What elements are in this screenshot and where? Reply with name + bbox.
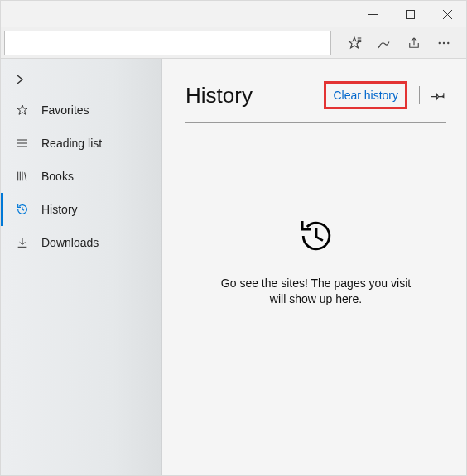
sidebar-item-reading-list[interactable]: Reading list bbox=[1, 127, 161, 160]
svg-marker-12 bbox=[17, 105, 27, 114]
empty-line2: will show up here. bbox=[270, 292, 362, 305]
history-icon bbox=[15, 203, 30, 216]
back-button[interactable] bbox=[1, 65, 161, 94]
header-underline bbox=[185, 122, 446, 123]
header-divider bbox=[419, 86, 420, 104]
sidebar-item-label: Downloads bbox=[41, 236, 99, 249]
sidebar-item-history[interactable]: History bbox=[1, 193, 161, 226]
minimize-button[interactable] bbox=[354, 1, 392, 27]
sidebar-item-downloads[interactable]: Downloads bbox=[1, 226, 161, 259]
sidebar-item-label: History bbox=[41, 203, 78, 216]
maximize-button[interactable] bbox=[392, 1, 429, 27]
sidebar-item-label: Books bbox=[41, 170, 74, 183]
clear-history-highlight: Clear history bbox=[324, 81, 407, 109]
content-pane: History Clear history Go see the bbox=[162, 59, 466, 476]
toolbar bbox=[1, 27, 466, 59]
hub-sidebar: Favorites Reading list Books History Dow bbox=[1, 59, 162, 476]
sidebar-item-books[interactable]: Books bbox=[1, 160, 161, 193]
svg-point-9 bbox=[439, 41, 441, 43]
svg-point-11 bbox=[447, 41, 449, 43]
empty-state-text: Go see the sites! The pages you visit wi… bbox=[185, 276, 446, 307]
svg-rect-1 bbox=[407, 10, 415, 18]
svg-line-19 bbox=[25, 172, 26, 180]
sidebar-item-favorites[interactable]: Favorites bbox=[1, 94, 161, 127]
ink-note-icon[interactable] bbox=[371, 31, 397, 55]
svg-marker-4 bbox=[349, 37, 360, 48]
download-icon bbox=[15, 236, 30, 249]
books-icon bbox=[15, 170, 30, 183]
address-bar[interactable] bbox=[4, 31, 331, 55]
more-icon[interactable] bbox=[431, 31, 457, 55]
svg-point-10 bbox=[443, 41, 445, 43]
empty-state: Go see the sites! The pages you visit wi… bbox=[185, 214, 446, 307]
window-titlebar bbox=[1, 1, 466, 27]
sidebar-item-label: Favorites bbox=[41, 103, 89, 117]
toolbar-icons bbox=[331, 31, 457, 55]
pin-button[interactable] bbox=[431, 88, 446, 103]
share-icon[interactable] bbox=[401, 31, 427, 55]
page-title: History bbox=[185, 83, 324, 108]
empty-line1: Go see the sites! The pages you visit bbox=[221, 276, 411, 290]
main-area: Favorites Reading list Books History Dow bbox=[1, 59, 466, 476]
close-button[interactable] bbox=[429, 1, 466, 27]
history-empty-icon bbox=[185, 214, 446, 261]
reading-list-icon bbox=[15, 137, 30, 150]
content-header: History Clear history bbox=[185, 77, 446, 113]
favorites-star-icon[interactable] bbox=[341, 31, 368, 55]
sidebar-item-label: Reading list bbox=[41, 137, 102, 150]
clear-history-link[interactable]: Clear history bbox=[333, 89, 398, 102]
star-icon bbox=[15, 103, 30, 117]
